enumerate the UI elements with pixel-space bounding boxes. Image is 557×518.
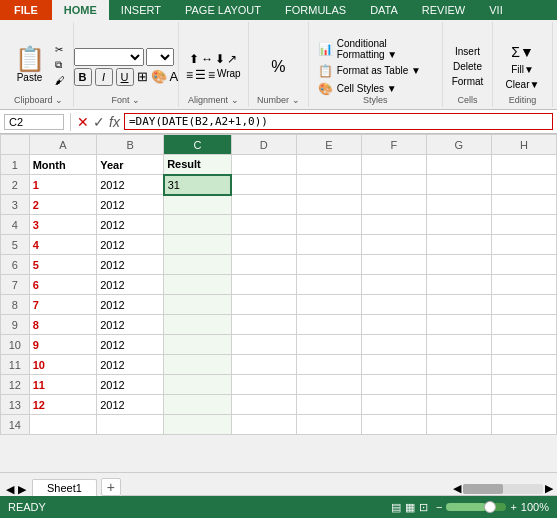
cell-d11[interactable] xyxy=(231,355,296,375)
zoom-slider[interactable] xyxy=(446,503,506,511)
cell-h2[interactable] xyxy=(491,175,556,195)
tab-insert[interactable]: INSERT xyxy=(109,0,173,20)
cell-d1[interactable] xyxy=(231,155,296,175)
cell-g2[interactable] xyxy=(426,175,491,195)
cell-d4[interactable] xyxy=(231,215,296,235)
font-size-select[interactable] xyxy=(146,48,174,66)
cell-b12[interactable]: 2012 xyxy=(97,375,164,395)
cell-f6[interactable] xyxy=(361,255,426,275)
cell-b6[interactable]: 2012 xyxy=(97,255,164,275)
cell-e4[interactable] xyxy=(296,215,361,235)
align-center-button[interactable]: ☰ xyxy=(195,68,206,82)
cell-e7[interactable] xyxy=(296,275,361,295)
row-header-2[interactable]: 2 xyxy=(1,175,30,195)
cell-b11[interactable]: 2012 xyxy=(97,355,164,375)
cell-g14[interactable] xyxy=(426,415,491,435)
cell-h1[interactable] xyxy=(491,155,556,175)
cell-a8[interactable]: 7 xyxy=(29,295,97,315)
cell-a14[interactable] xyxy=(29,415,97,435)
font-color-button[interactable]: A xyxy=(170,69,179,84)
cell-b3[interactable]: 2012 xyxy=(97,195,164,215)
tab-view[interactable]: VII xyxy=(477,0,514,20)
cell-c11[interactable] xyxy=(164,355,232,375)
cell-g11[interactable] xyxy=(426,355,491,375)
cell-g5[interactable] xyxy=(426,235,491,255)
cell-c9[interactable] xyxy=(164,315,232,335)
add-sheet-button[interactable]: + xyxy=(101,478,121,496)
cell-b2[interactable]: 2012 xyxy=(97,175,164,195)
cell-d8[interactable] xyxy=(231,295,296,315)
cell-g9[interactable] xyxy=(426,315,491,335)
col-header-e[interactable]: E xyxy=(296,135,361,155)
tab-home[interactable]: HOME xyxy=(52,0,109,20)
row-header-7[interactable]: 7 xyxy=(1,275,30,295)
cell-g8[interactable] xyxy=(426,295,491,315)
cell-c3[interactable] xyxy=(164,195,232,215)
cell-a12[interactable]: 11 xyxy=(29,375,97,395)
cell-e11[interactable] xyxy=(296,355,361,375)
cell-h14[interactable] xyxy=(491,415,556,435)
cell-f12[interactable] xyxy=(361,375,426,395)
cell-d5[interactable] xyxy=(231,235,296,255)
cell-a5[interactable]: 4 xyxy=(29,235,97,255)
cell-h3[interactable] xyxy=(491,195,556,215)
cell-a13[interactable]: 12 xyxy=(29,395,97,415)
cell-d13[interactable] xyxy=(231,395,296,415)
row-header-3[interactable]: 3 xyxy=(1,195,30,215)
tab-page-layout[interactable]: PAGE LAYOUT xyxy=(173,0,273,20)
align-left-button[interactable]: ≡ xyxy=(186,68,193,82)
row-header-11[interactable]: 11 xyxy=(1,355,30,375)
cell-h4[interactable] xyxy=(491,215,556,235)
row-header-10[interactable]: 10 xyxy=(1,335,30,355)
cell-a3[interactable]: 2 xyxy=(29,195,97,215)
clear-button[interactable]: Clear▼ xyxy=(503,78,543,91)
cell-e9[interactable] xyxy=(296,315,361,335)
copy-button[interactable]: ⧉ xyxy=(52,58,68,72)
cell-a2[interactable]: 1 xyxy=(29,175,97,195)
row-header-5[interactable]: 5 xyxy=(1,235,30,255)
cell-c12[interactable] xyxy=(164,375,232,395)
cell-g4[interactable] xyxy=(426,215,491,235)
cell-e5[interactable] xyxy=(296,235,361,255)
bold-button[interactable]: B xyxy=(74,68,92,86)
cell-c4[interactable] xyxy=(164,215,232,235)
col-header-a[interactable]: A xyxy=(29,135,97,155)
fill-button[interactable]: Fill▼ xyxy=(508,63,537,76)
cell-h13[interactable] xyxy=(491,395,556,415)
confirm-icon[interactable]: ✓ xyxy=(93,114,105,130)
cell-b13[interactable]: 2012 xyxy=(97,395,164,415)
row-header-8[interactable]: 8 xyxy=(1,295,30,315)
page-layout-view-icon[interactable]: ▦ xyxy=(405,501,415,514)
underline-button[interactable]: U xyxy=(116,68,134,86)
format-painter-button[interactable]: 🖌 xyxy=(52,74,68,87)
cell-d7[interactable] xyxy=(231,275,296,295)
wrap-text-button[interactable]: Wrap xyxy=(217,68,241,82)
cell-h9[interactable] xyxy=(491,315,556,335)
cell-h12[interactable] xyxy=(491,375,556,395)
scroll-left-sheet-icon[interactable]: ◀ xyxy=(453,482,461,495)
font-family-select[interactable] xyxy=(74,48,144,66)
autosum-button[interactable]: Σ▼ xyxy=(508,43,537,61)
cell-b8[interactable]: 2012 xyxy=(97,295,164,315)
col-header-g[interactable]: G xyxy=(426,135,491,155)
cell-a11[interactable]: 10 xyxy=(29,355,97,375)
cell-c14[interactable] xyxy=(164,415,232,435)
cell-d3[interactable] xyxy=(231,195,296,215)
cell-h11[interactable] xyxy=(491,355,556,375)
cell-a9[interactable]: 8 xyxy=(29,315,97,335)
cell-f11[interactable] xyxy=(361,355,426,375)
cell-f8[interactable] xyxy=(361,295,426,315)
align-right-button[interactable]: ≡ xyxy=(208,68,215,82)
insert-cells-button[interactable]: Insert xyxy=(452,45,483,58)
normal-view-icon[interactable]: ▤ xyxy=(391,501,401,514)
function-icon[interactable]: fx xyxy=(109,114,120,130)
cell-c5[interactable] xyxy=(164,235,232,255)
cell-e8[interactable] xyxy=(296,295,361,315)
row-header-6[interactable]: 6 xyxy=(1,255,30,275)
row-header-14[interactable]: 14 xyxy=(1,415,30,435)
col-header-c[interactable]: C xyxy=(164,135,232,155)
border-button[interactable]: ⊞ xyxy=(137,69,148,84)
format-cells-button[interactable]: Format xyxy=(449,75,487,88)
horizontal-scrollbar[interactable] xyxy=(463,484,543,494)
row-header-12[interactable]: 12 xyxy=(1,375,30,395)
